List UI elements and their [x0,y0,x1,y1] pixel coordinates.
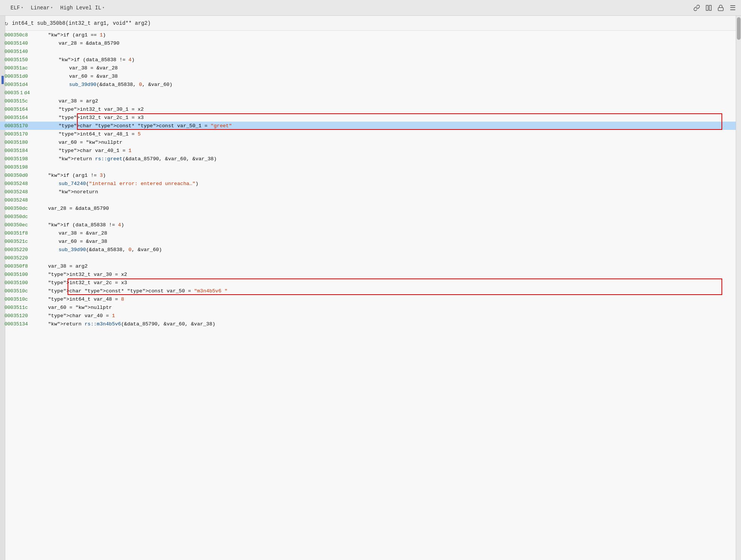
code-text: var_60 = &var_38 [38,238,741,245]
code-line[interactable]: 000350c8"kw">if (arg1 == 1) [0,31,741,39]
code-address: 000350d0 [0,172,38,179]
code-address: 0003510c [0,288,38,294]
code-text [38,216,741,217]
code-line[interactable]: 00035220 [0,254,741,262]
code-line[interactable]: 00035220sub_39d90(&data_85838, 0, &var_6… [0,245,741,254]
code-line[interactable]: 00035170"type">char "type">const* "type"… [0,122,741,130]
menu-icon[interactable]: ☰ [729,4,736,12]
code-text: "kw">if (data_85838 != 4) [38,222,741,228]
code-line[interactable]: 000350f8var_38 = arg2 [0,262,741,270]
code-line[interactable]: 00035100"type">int32_t var_2c = x3 [0,278,741,287]
highlevel-label: High Level IL [60,5,101,11]
code-line[interactable]: 00035150"kw">if (data_85838 != 4) [0,56,741,64]
code-line[interactable]: 00035164"type">int32_t var_30_1 = x2 [0,105,741,113]
code-address: 00035100 [0,271,38,278]
code-text: "type">int32_t var_2c_1 = x3 [38,114,741,121]
code-line[interactable]: 00035248"kw">noreturn [0,188,741,196]
svg-rect-1 [709,5,711,11]
code-address: 00035134 [0,321,38,327]
code-address: 000350dc [0,214,38,220]
svg-rect-2 [718,8,723,11]
code-text [38,167,741,167]
code-address: 000350c8 [0,32,38,38]
code-text: "type">int32_t var_30_1 = x2 [38,106,741,113]
highlevel-dropdown[interactable]: High Level IL ▾ [57,4,107,12]
code-area: 000350c8"kw">if (arg1 == 1)00035140var_2… [0,31,741,560]
elf-label: ELF [11,5,20,11]
code-text: "type">int32_t var_2c = x3 [38,280,741,286]
code-text: "kw">return rs::greet(&data_85790, &var_… [38,156,741,162]
code-text: var_28 = &data_85790 [38,40,741,47]
code-line[interactable]: 000350dc [0,212,741,221]
code-text [38,92,741,93]
code-address: 0003510c [0,296,38,303]
function-signature: int64_t sub_350b8(int32_t arg1, void** a… [12,20,151,26]
code-line[interactable]: 00035164"type">int32_t var_2c_1 = x3 [0,113,741,122]
link-icon[interactable] [693,4,700,12]
code-text: "type">int64_t var_48_1 = 5 [38,131,741,137]
code-line[interactable]: 00035198"kw">return rs::greet(&data_8579… [0,155,741,163]
code-address: 00035170 [0,131,38,137]
code-line[interactable]: 0003510c"type">char "type">const* "type"… [0,287,741,295]
code-line[interactable]: 00035184"type">char var_40_1 = 1 [0,146,741,155]
code-address: 00035１d4 [0,89,38,96]
code-text: "kw">if (arg1 == 1) [38,32,741,38]
code-line[interactable]: 000350ec"kw">if (data_85838 != 4) [0,221,741,229]
code-address: 000351ac [0,65,38,71]
code-address: 00035120 [0,313,38,319]
code-text: var_28 = &data_85790 [38,205,741,212]
code-text: var_38 = &var_28 [38,65,741,71]
code-line[interactable]: 00035170"type">int64_t var_48_1 = 5 [0,130,741,138]
function-header: ↻ int64_t sub_350b8(int32_t arg1, void**… [0,16,741,31]
code-address: 00035140 [0,48,38,55]
code-line[interactable]: 000351d4sub_39d90(&data_85838, 0, &var_6… [0,80,741,89]
code-address: 00035198 [0,164,38,170]
code-line[interactable]: 00035100"type">int32_t var_30 = x2 [0,270,741,278]
scrollbar[interactable] [736,16,741,560]
lock-icon[interactable] [717,4,724,12]
code-text [38,200,741,200]
code-line[interactable]: 000351f8var_38 = &var_28 [0,229,741,237]
code-line[interactable]: 0003521cvar_60 = &var_38 [0,237,741,245]
code-line[interactable]: 00035198 [0,163,741,171]
code-line[interactable]: 00035180var_60 = "kw">nullptr [0,138,741,146]
code-line[interactable]: 0003511cvar_60 = "kw">nullptr [0,303,741,312]
code-text: var_60 = "kw">nullptr [38,139,741,146]
code-line[interactable]: 000351acvar_38 = &var_28 [0,64,741,72]
code-text: "type">char "type">const* "type">const v… [38,288,741,294]
code-address: 0003511c [0,304,38,311]
code-line[interactable]: 00035120"type">char var_40 = 1 [0,312,741,320]
code-address: 00035170 [0,123,38,129]
code-address: 00035184 [0,148,38,154]
code-text: "kw">if (data_85838 != 4) [38,57,741,63]
code-line[interactable]: 0003510c"type">int64_t var_48 = 8 [0,295,741,303]
code-line[interactable]: 000350dcvar_28 = &data_85790 [0,204,741,212]
code-line[interactable]: 00035140var_28 = &data_85790 [0,39,741,47]
code-text: sub_39d90(&data_85838, 0, &var_60) [38,81,741,88]
code-line[interactable]: 00035140 [0,47,741,56]
code-text: "type">char var_40 = 1 [38,313,741,319]
code-text: "kw">if (arg1 != 3) [38,172,741,179]
code-text: "type">char "type">const* "type">const v… [38,123,741,129]
toolbar-left: ELF ▾ Linear ▾ High Level IL ▾ [8,4,690,12]
linear-arrow: ▾ [51,6,53,10]
highlevel-arrow: ▾ [102,6,104,10]
code-line[interactable]: 00035１d4 [0,89,741,97]
code-line[interactable]: 000351d0var_60 = &var_38 [0,72,741,80]
code-text: sub_74240("internal error: entered unrea… [38,181,741,187]
code-line[interactable]: 0003515cvar_38 = arg2 [0,97,741,105]
code-line[interactable]: 00035248 [0,196,741,204]
code-address: 000351d0 [0,73,38,80]
code-text: var_38 = arg2 [38,98,741,104]
linear-label: Linear [31,5,50,11]
scrollbar-thumb[interactable] [737,17,741,40]
code-text: "type">int32_t var_30 = x2 [38,271,741,278]
code-line[interactable]: 000350d0"kw">if (arg1 != 3) [0,171,741,179]
code-line[interactable]: 00035134"kw">return rs::m3n4b5v6(&data_8… [0,320,741,328]
columns-icon[interactable] [705,4,712,12]
code-text: var_38 = &var_28 [38,230,741,236]
code-address: 0003521c [0,238,38,245]
code-line[interactable]: 00035248sub_74240("internal error: enter… [0,179,741,188]
linear-dropdown[interactable]: Linear ▾ [28,4,56,12]
elf-dropdown[interactable]: ELF ▾ [8,4,26,12]
